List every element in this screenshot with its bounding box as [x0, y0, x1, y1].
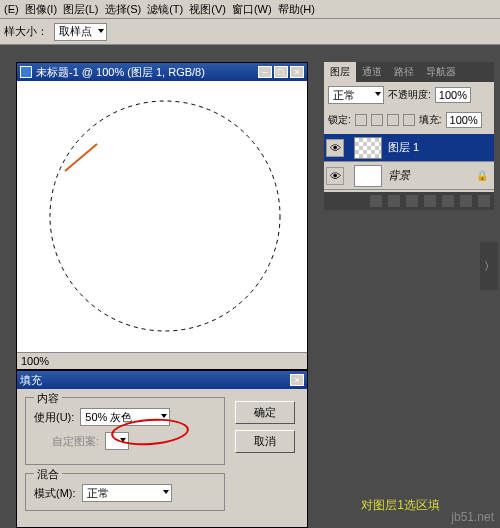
menu-image[interactable]: 图像(I) — [25, 2, 57, 17]
opacity-input[interactable]: 100% — [435, 87, 471, 103]
svg-point-0 — [50, 101, 280, 331]
fx-icon[interactable] — [388, 195, 400, 207]
layer-name[interactable]: 背景 — [388, 168, 410, 183]
menu-select[interactable]: 选择(S) — [105, 2, 142, 17]
fill-dialog: 填充 × 确定 取消 内容 使用(U): 50% 灰色 自定图案: 混合 模式(… — [16, 370, 308, 528]
doc-status: 100% — [17, 352, 307, 369]
document-window: 未标题-1 @ 100% (图层 1, RGB/8) – □ × 100% — [16, 62, 308, 370]
menu-filter[interactable]: 滤镜(T) — [147, 2, 183, 17]
layers-panel: 图层 通道 路径 导航器 正常 不透明度: 100% 锁定: 填充: 100% … — [324, 62, 494, 210]
annotation-text: 对图层1选区填 — [361, 497, 440, 514]
layer-name[interactable]: 图层 1 — [388, 140, 419, 155]
use-select[interactable]: 50% 灰色 — [80, 408, 170, 426]
fill-title: 填充 — [20, 373, 42, 388]
fill-opacity-label: 填充: — [419, 113, 442, 127]
selection-marquee-icon — [17, 81, 307, 352]
svg-line-1 — [65, 144, 97, 171]
minimize-button[interactable]: – — [258, 66, 272, 78]
sample-size-select[interactable]: 取样点 — [54, 23, 107, 41]
sample-size-label: 样大小： — [4, 24, 48, 39]
blend-group-label: 混合 — [34, 467, 62, 482]
group-icon[interactable] — [442, 195, 454, 207]
tab-layers[interactable]: 图层 — [324, 62, 356, 82]
menu-view[interactable]: 视图(V) — [189, 2, 226, 17]
new-layer-icon[interactable] — [460, 195, 472, 207]
doc-icon — [20, 66, 32, 78]
visibility-icon[interactable]: 👁 — [326, 139, 344, 157]
menu-bar: (E) 图像(I) 图层(L) 选择(S) 滤镜(T) 视图(V) 窗口(W) … — [0, 0, 500, 19]
layer-row[interactable]: 👁 图层 1 — [324, 134, 494, 162]
ok-button[interactable]: 确定 — [235, 401, 295, 424]
lock-all-icon[interactable] — [403, 114, 415, 126]
watermark: jb51.net — [451, 510, 494, 524]
mask-icon[interactable] — [406, 195, 418, 207]
tab-paths[interactable]: 路径 — [388, 62, 420, 82]
custom-pattern-select — [105, 432, 129, 450]
layer-thumbnail[interactable] — [354, 165, 382, 187]
layer-thumbnail[interactable] — [354, 137, 382, 159]
lock-options: 锁定: 填充: 100% — [324, 108, 494, 132]
layer-options: 正常 不透明度: 100% — [324, 82, 494, 108]
layer-row[interactable]: 👁 背景 🔒 — [324, 162, 494, 190]
close-button[interactable]: × — [290, 66, 304, 78]
options-bar: 样大小： 取样点 — [0, 19, 500, 45]
tab-navigator[interactable]: 导航器 — [420, 62, 462, 82]
menu-help[interactable]: 帮助(H) — [278, 2, 315, 17]
mode-select[interactable]: 正常 — [82, 484, 172, 502]
fill-titlebar[interactable]: 填充 × — [17, 371, 307, 389]
fill-opacity-input[interactable]: 100% — [446, 112, 482, 128]
fill-close-button[interactable]: × — [290, 374, 304, 386]
lock-icon: 🔒 — [476, 170, 488, 181]
opacity-label: 不透明度: — [388, 88, 431, 102]
cancel-button[interactable]: 取消 — [235, 430, 295, 453]
link-layers-icon[interactable] — [370, 195, 382, 207]
canvas[interactable] — [17, 81, 307, 352]
panel-expand-handle[interactable]: 〉 — [480, 242, 498, 290]
content-group-label: 内容 — [34, 391, 62, 406]
content-group: 内容 使用(U): 50% 灰色 自定图案: — [25, 397, 225, 465]
lock-position-icon[interactable] — [387, 114, 399, 126]
delete-layer-icon[interactable] — [478, 195, 490, 207]
menu-window[interactable]: 窗口(W) — [232, 2, 272, 17]
visibility-icon[interactable]: 👁 — [326, 167, 344, 185]
lock-pixels-icon[interactable] — [371, 114, 383, 126]
panel-tabs: 图层 通道 路径 导航器 — [324, 62, 494, 82]
lock-transparency-icon[interactable] — [355, 114, 367, 126]
tab-channels[interactable]: 通道 — [356, 62, 388, 82]
blend-group: 混合 模式(M): 正常 — [25, 473, 225, 511]
blend-mode-select[interactable]: 正常 — [328, 86, 384, 104]
custom-pattern-label: 自定图案: — [52, 434, 99, 449]
zoom-value[interactable]: 100% — [21, 355, 49, 367]
lock-label: 锁定: — [328, 113, 351, 127]
menu-edit[interactable]: (E) — [4, 3, 19, 15]
doc-titlebar[interactable]: 未标题-1 @ 100% (图层 1, RGB/8) – □ × — [17, 63, 307, 81]
adjustment-icon[interactable] — [424, 195, 436, 207]
panel-footer — [324, 192, 494, 210]
maximize-button[interactable]: □ — [274, 66, 288, 78]
mode-label: 模式(M): — [34, 486, 76, 501]
menu-layer[interactable]: 图层(L) — [63, 2, 98, 17]
use-label: 使用(U): — [34, 410, 74, 425]
doc-title: 未标题-1 @ 100% (图层 1, RGB/8) — [36, 65, 205, 80]
layer-list: 👁 图层 1 👁 背景 🔒 — [324, 132, 494, 192]
